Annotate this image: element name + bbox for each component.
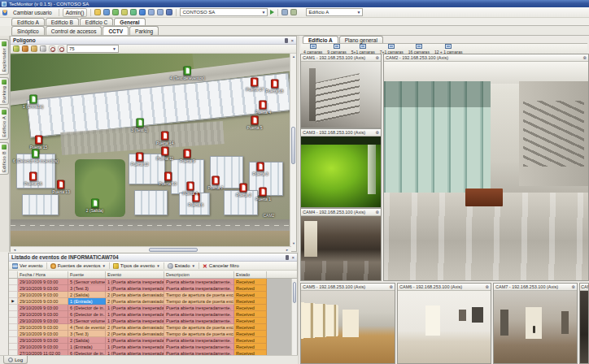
map-marker-CAM2[interactable]: CAM2 xyxy=(263,213,274,218)
column-header-estado[interactable]: Estado xyxy=(234,271,267,278)
scroll-left-icon[interactable]: ◄ xyxy=(11,248,18,252)
log-tab[interactable]: Log xyxy=(3,356,28,364)
screen-remove-icon[interactable] xyxy=(157,9,164,15)
map-marker-Puerta-15[interactable]: Puerta 15 xyxy=(30,136,48,150)
map-marker-3-(Test-3)[interactable]: 3 (Test 3) xyxy=(131,118,148,132)
zoom-out-icon[interactable] xyxy=(58,46,64,52)
side-tab-edificio-b[interactable]: Edificio B xyxy=(0,142,9,175)
map-marker-Puerta-2[interactable]: Puerta 2 xyxy=(236,184,251,197)
tab-edificio-c[interactable]: Edificio C xyxy=(80,18,113,25)
building-select[interactable]: Edificio A ▼ xyxy=(306,8,363,16)
map-marker-Puerta-4[interactable]: Puerta 4 xyxy=(255,101,271,115)
audio-icon[interactable] xyxy=(166,9,172,15)
side-tab-explorador[interactable]: Explorador xyxy=(0,39,9,75)
monitor-grid-icon[interactable] xyxy=(290,9,297,15)
map-marker-Puerta-7[interactable]: Puerta 7 xyxy=(207,176,223,189)
tab-cctv[interactable]: CCTV xyxy=(103,26,129,35)
monitor-icon[interactable] xyxy=(281,9,288,15)
map-marker-Puerta-17[interactable]: Puerta 17 xyxy=(246,77,264,91)
close-icon[interactable]: ⊗ xyxy=(571,284,575,289)
tab-parking[interactable]: Parking xyxy=(129,26,159,35)
layout-button-4-camaras[interactable]: 4 camaras xyxy=(303,44,323,54)
scroll-right-icon[interactable]: ► xyxy=(284,248,290,252)
layout-button-12-+-1-camaras[interactable]: 12 + 1 camaras xyxy=(434,44,464,54)
map-marker-Puerta-8[interactable]: Puerta 8 xyxy=(182,181,198,195)
camtab-edificio-a[interactable]: Edificio A xyxy=(303,36,338,43)
table-row[interactable]: 29/10/2009 9:03:005 (Sensor volume...1 (… xyxy=(9,318,297,324)
grid-vertical-scrollbar[interactable] xyxy=(291,279,297,355)
event-types-button[interactable]: Tipos de evento ▼ xyxy=(111,263,162,269)
change-user-button[interactable]: Cambiar usuario xyxy=(10,8,55,17)
camera-view-cam8[interactable] xyxy=(580,291,588,363)
map-marker-Puerta-13[interactable]: Puerta 13 xyxy=(52,180,70,193)
map-marker-Puerta-14[interactable]: Puerta 14 xyxy=(156,132,174,145)
cursor-icon[interactable] xyxy=(40,46,46,52)
scroll-down-icon[interactable]: ▼ xyxy=(290,241,297,245)
event-sources-button[interactable]: Fuentes de eventos ▼ xyxy=(49,263,107,269)
map-marker-Puerta-18[interactable]: Puerta 18 xyxy=(265,80,283,93)
close-icon[interactable]: ⊗ xyxy=(375,130,379,135)
company-select[interactable]: CONTOSO SA ▼ xyxy=(180,8,268,16)
table-row[interactable]: 29/10/2009 9:03:001 (Entrada)1 (Puerta a… xyxy=(9,344,297,350)
tab-general[interactable]: General xyxy=(114,18,145,25)
map-marker-Puerta-9[interactable]: Puerta 9 xyxy=(180,149,195,162)
map-horizontal-scrollbar[interactable]: ◄ ► xyxy=(11,246,291,253)
close-icon[interactable]: ⊗ xyxy=(375,210,379,214)
map-zoom-select[interactable]: 75 ▼ xyxy=(67,45,119,53)
view-event-button[interactable]: Ver evento xyxy=(11,263,45,269)
tab-edificio-b[interactable]: Edificio B xyxy=(46,18,79,25)
close-icon[interactable]: ⊗ xyxy=(389,284,393,289)
close-icon[interactable]: × xyxy=(290,38,294,43)
camera-view-cam3[interactable] xyxy=(301,136,381,207)
camera-view-cam1[interactable] xyxy=(301,62,381,128)
camera-view-cam2[interactable] xyxy=(384,62,588,280)
side-tab-parking[interactable]: Parking xyxy=(0,77,9,106)
table-row[interactable]: 29/10/2009 9:03:006 (Detector de in...1 … xyxy=(9,305,297,311)
layout-button-7+1-camaras[interactable]: 7+1 camaras xyxy=(379,44,404,54)
camera-view-cam5[interactable] xyxy=(301,291,395,363)
camtab-plano-general[interactable]: Plano general xyxy=(339,36,383,43)
map-marker-Puerta-3[interactable]: Puerta 3 xyxy=(253,162,268,176)
table-row[interactable]: 29/10/2009 9:03:004 (Test de eventos)2 (… xyxy=(9,324,297,331)
home-icon[interactable] xyxy=(31,46,37,52)
column-header-evento[interactable]: Evento xyxy=(106,271,164,278)
admin-button[interactable]: Admin() xyxy=(63,8,88,17)
close-icon[interactable]: ⊗ xyxy=(485,284,489,289)
info-icon[interactable] xyxy=(139,9,146,15)
map-marker-4-(Test-de-eventos)[interactable]: 4 (Test de eventos) xyxy=(170,66,205,80)
scrollbar-thumb[interactable] xyxy=(293,282,296,303)
layout-button-5+1-camaras[interactable]: 5+1 camaras xyxy=(351,44,376,54)
close-icon[interactable]: ⊗ xyxy=(582,55,587,60)
tab-sinoptico[interactable]: Sinóptico xyxy=(11,26,45,35)
cancel-filter-button[interactable]: ✕ Cancelar filtro xyxy=(201,263,241,269)
tab-edificio-a[interactable]: Edificio A xyxy=(11,18,45,25)
map-marker-Puerta-10[interactable]: Puerta 10 xyxy=(159,172,177,186)
close-icon[interactable]: ⊗ xyxy=(375,55,379,60)
map-vertical-scrollbar[interactable]: ▲ ▼ xyxy=(290,54,296,246)
link-icon[interactable] xyxy=(130,9,137,15)
map-marker-Puerta-16[interactable]: Puerta 16 xyxy=(24,172,42,186)
map-canvas[interactable]: Puerta 17Puerta 18Puerta 4Puerta 5Puerta… xyxy=(11,54,291,246)
chat-icon[interactable] xyxy=(121,9,128,15)
camera-view-cam4[interactable] xyxy=(301,216,381,280)
table-row[interactable]: 29/10/2009 9:03:003 (Test 3)2 (Puerta ab… xyxy=(9,331,297,337)
tab-control-accesos[interactable]: Control de accesos xyxy=(46,26,103,35)
map-marker-Puerta-5[interactable]: Puerta 5 xyxy=(247,116,263,130)
column-header-fecha[interactable]: Fecha / Hora xyxy=(18,271,68,278)
map-marker-2-(Salida)[interactable]: 2 (Salida) xyxy=(86,199,103,213)
map-marker-Puerta-12[interactable]: Puerta 12 xyxy=(131,153,149,167)
table-row[interactable]: 29/10/2009 9:03:002 (Salida)2 (Puerta ab… xyxy=(9,292,297,298)
side-tab-edificio-a[interactable]: Edificio A xyxy=(0,107,9,140)
map-marker-1-(Entrada)[interactable]: 1 (Entrada) xyxy=(23,95,43,109)
edit-icon[interactable] xyxy=(13,46,20,52)
close-icon[interactable]: × xyxy=(291,255,294,260)
scroll-up-icon[interactable]: ▲ xyxy=(290,54,297,58)
scrollbar-thumb[interactable] xyxy=(149,248,198,252)
scrollbar-thumb[interactable] xyxy=(291,127,295,164)
screen-add-icon[interactable] xyxy=(148,9,155,15)
camera-view-cam6[interactable] xyxy=(398,291,491,363)
user-icon[interactable] xyxy=(103,9,110,15)
pin-icon[interactable] xyxy=(285,38,288,43)
camera-view-cam7[interactable] xyxy=(494,291,577,363)
table-row[interactable]: 29/10/2009 9:03:002 (Salida)1 (Puerta ab… xyxy=(9,337,297,344)
